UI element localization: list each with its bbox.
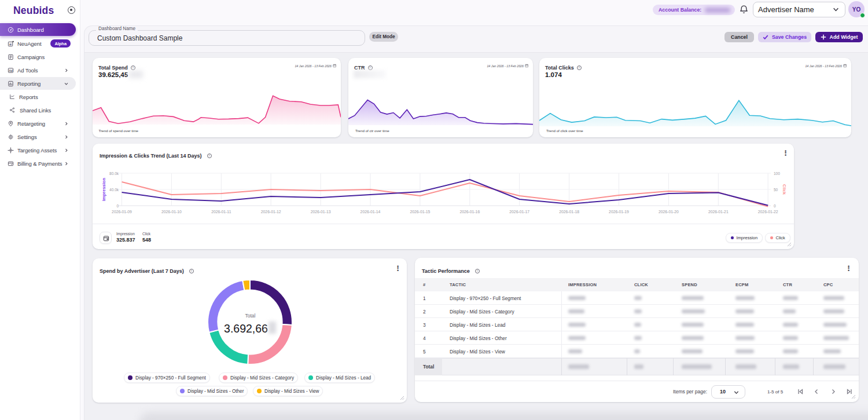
svg-text:2026-01-18: 2026-01-18 — [559, 210, 579, 214]
svg-text:2026-01-13: 2026-01-13 — [311, 210, 331, 214]
svg-text:2026-01-11: 2026-01-11 — [211, 210, 231, 214]
svg-text:2026-01-22: 2026-01-22 — [758, 210, 778, 214]
svg-text:Impression: Impression — [101, 178, 106, 201]
svg-text:0: 0 — [774, 204, 776, 208]
svg-text:2026-01-16: 2026-01-16 — [459, 210, 480, 214]
svg-text:2026-01-20: 2026-01-20 — [659, 210, 679, 214]
svg-text:100: 100 — [774, 171, 780, 176]
svg-text:2026-01-21: 2026-01-21 — [708, 210, 729, 214]
svg-text:2026-01-17: 2026-01-17 — [509, 210, 529, 214]
svg-text:2026-01-15: 2026-01-15 — [410, 210, 431, 214]
svg-text:2026-01-09: 2026-01-09 — [112, 210, 132, 214]
svg-text:40.0k: 40.0k — [109, 188, 119, 192]
svg-text:Click: Click — [782, 184, 787, 195]
svg-text:2026-01-14: 2026-01-14 — [361, 210, 381, 214]
svg-text:50: 50 — [774, 188, 778, 192]
svg-text:Ad: Ad — [9, 69, 12, 72]
svg-text:2026-01-10: 2026-01-10 — [161, 210, 182, 214]
svg-text:AI: AI — [9, 42, 12, 45]
svg-text:2026-01-12: 2026-01-12 — [261, 210, 281, 214]
svg-text:0: 0 — [116, 204, 119, 208]
svg-text:2026-01-19: 2026-01-19 — [609, 210, 629, 214]
svg-text:80.0k: 80.0k — [109, 171, 119, 176]
